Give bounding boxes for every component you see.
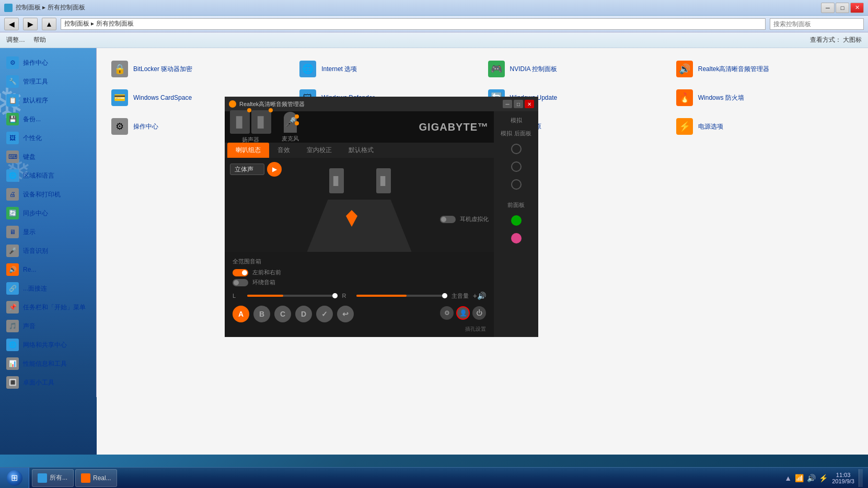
panel-circle-2[interactable] (511, 161, 522, 172)
profile-btn-d[interactable]: D (295, 306, 312, 322)
sidebar-item-connect[interactable]: 🔗 ...面接连 (0, 279, 96, 298)
cp-item-realtek[interactable]: 🔊 Realtek高清晰音频管理器 (672, 56, 858, 82)
toggle-leftright-label: 左前和右前 (252, 269, 281, 276)
sidebar-icon-perf: 📊 (6, 357, 19, 370)
minimize-button[interactable]: ─ (821, 3, 835, 13)
sidebar-item-devices[interactable]: 🖨 设备和打印机 (0, 185, 96, 204)
view-current[interactable]: 大图标 (843, 36, 862, 43)
headphone-toggle[interactable] (440, 216, 456, 223)
sidebar-item-gadget[interactable]: 🔳 卓面小工具 (0, 373, 96, 392)
start-button[interactable]: ⊞ (0, 468, 29, 489)
vol-slider-r[interactable] (356, 295, 447, 297)
toggle-leftright[interactable] (233, 269, 248, 276)
settings-label-row: 插孔设置 (233, 323, 486, 333)
sidebar-icon-voice: 🎤 (6, 245, 19, 257)
search-input[interactable] (770, 18, 864, 30)
cp-item-bitlocker[interactable]: 🔒 BitLocker 驱动器加密 (107, 56, 293, 82)
panel-analog-label: 模拟 (499, 117, 533, 124)
sidebar-label-0: 操作中心 (23, 59, 48, 67)
clock-date: 2019/9/3 (832, 478, 854, 484)
mic-dot-2 (295, 121, 299, 125)
close-button[interactable]: ✕ (850, 3, 864, 13)
realtek-close-button[interactable]: ✕ (525, 100, 534, 108)
toggle-ambient[interactable] (233, 279, 248, 286)
realtek-bottom-controls: 全范围音箱 左前和右前 环绕音箱 L R (225, 252, 494, 337)
headphone-row: 耳机虚拟化 (440, 215, 489, 223)
action-person-btn[interactable]: 👤 (456, 306, 470, 320)
profile-buttons: A B C D ✓ ↩ (233, 306, 354, 322)
vol-slider-l[interactable] (247, 295, 338, 297)
vol-label-r: R (342, 293, 352, 299)
tray-icon-expand[interactable]: ▲ (784, 474, 792, 482)
sidebar-item-1[interactable]: 🔧 管理工具 (0, 72, 96, 91)
realtek-tabs: 喇叭组态 音效 室内校正 默认格式 (225, 143, 494, 158)
sidebar-label-region: 区域和语言 (23, 171, 54, 180)
back-button[interactable]: ◀ (4, 18, 19, 30)
sidebar-icon-gadget: 🔳 (6, 376, 19, 389)
taskbar-item-realtek[interactable]: Real... (75, 469, 117, 487)
tray-icon-network[interactable]: 📶 (795, 474, 804, 482)
tab-effects[interactable]: 音效 (269, 143, 298, 158)
cp-item-internet[interactable]: 🌐 Internet 选项 (295, 56, 481, 82)
tray-icon-volume[interactable]: 🔊 (807, 474, 816, 482)
sidebar-item-perf[interactable]: 📊 性能信息和工具 (0, 354, 96, 373)
profile-btn-c[interactable]: C (274, 306, 291, 322)
sidebar-item-0[interactable]: ⚙ 操作中心 (0, 53, 96, 72)
device-mic: 🎤 麦克风 (282, 112, 299, 143)
realtek-title-left: Realtek高清晰音频管理器 (229, 100, 305, 108)
cp-icon-internet: 🌐 (299, 61, 316, 77)
taskbar-item-explorer[interactable]: 所有... (32, 469, 74, 487)
cp-item-nvidia[interactable]: 🎮 NVIDIA 控制面板 (484, 56, 669, 82)
address-input[interactable] (61, 18, 766, 30)
sidebar-item-region[interactable]: 🌐 区域和语言 (0, 166, 96, 185)
panel-circle-1[interactable] (511, 144, 522, 154)
gigabyte-text: GIGABYTE (419, 121, 478, 133)
sidebar-item-voice[interactable]: 🎤 语音识别 (0, 241, 96, 260)
panel-circle-green[interactable] (511, 215, 522, 226)
cp-item-firewall[interactable]: 🔥 Windows 防火墙 (672, 85, 858, 111)
sidebar-item-re[interactable]: 🔊 Re... (0, 260, 96, 279)
realtek-minimize-button[interactable]: ─ (503, 100, 512, 108)
sidebar-item-personalize[interactable]: 🖼 个性化 (0, 129, 96, 147)
device-speaker: ▊ ▊ 扬声器 (230, 110, 271, 144)
sidebar-item-sound[interactable]: 🎵 声音 (0, 317, 96, 335)
address-bar: ◀ ▶ ▲ (0, 16, 868, 32)
up-button[interactable]: ▲ (42, 18, 56, 30)
profile-btn-a[interactable]: A (233, 306, 249, 322)
stereo-select-row: 立体声 ▶ (230, 162, 282, 177)
sidebar-icon-connect: 🔗 (6, 282, 19, 295)
tab-speaker-config[interactable]: 喇叭组态 (227, 143, 269, 158)
action-settings-btn[interactable]: ⚙ (440, 306, 454, 320)
profile-btn-check[interactable]: ✓ (316, 306, 333, 322)
sidebar-item-network[interactable]: 🌐 网络和共享中心 (0, 335, 96, 354)
panel-circle-pink[interactable] (511, 233, 522, 243)
maximize-button[interactable]: □ (836, 3, 849, 13)
sidebar-item-keyboard[interactable]: ⌨ 键盘 (0, 147, 96, 166)
forward-button[interactable]: ▶ (23, 18, 38, 30)
show-desktop-button[interactable] (859, 469, 863, 487)
panel-circle-3[interactable] (511, 179, 522, 190)
sidebar-icon-region: 🌐 (6, 169, 19, 182)
sidebar-item-display[interactable]: 🖥 显示 (0, 223, 96, 241)
action-power-btn[interactable]: ⏻ (472, 306, 486, 320)
clock[interactable]: 11:03 2019/9/3 (832, 472, 854, 484)
sidebar-item-taskbar[interactable]: 📌 任务栏和「开始」菜单 (0, 298, 96, 317)
profile-btn-b[interactable]: B (253, 306, 270, 322)
play-button[interactable]: ▶ (267, 162, 282, 177)
sidebar-item-sync[interactable]: 🔄 同步中心 (0, 204, 96, 223)
cp-label-realtek: Realtek高清晰音频管理器 (698, 65, 770, 74)
tab-default-format[interactable]: 默认格式 (340, 143, 382, 158)
tray-icon-battery[interactable]: ⚡ (819, 474, 828, 482)
speaker-diagram-area: 立体声 ▶ ▊ ▊ 耳机虚拟化 (225, 158, 494, 252)
taskbar-realtek-label: Real... (93, 474, 111, 482)
start-orb: ⊞ (7, 470, 22, 486)
profile-btn-reset[interactable]: ↩ (337, 306, 354, 322)
title-bar-left: 控制面板 ▸ 所有控制面板 (4, 3, 821, 12)
sidebar-icon-display: 🖥 (6, 226, 19, 238)
tab-room-correction[interactable]: 室内校正 (298, 143, 340, 158)
realtek-maximize-button[interactable]: □ (514, 100, 523, 108)
stereo-dropdown[interactable]: 立体声 (230, 164, 264, 175)
sidebar-item-2[interactable]: 📋 默认程序 (0, 91, 96, 110)
cp-item-power[interactable]: ⚡ 电源选项 (672, 113, 858, 140)
sidebar-item-backup[interactable]: 💾 备份... (0, 110, 96, 129)
